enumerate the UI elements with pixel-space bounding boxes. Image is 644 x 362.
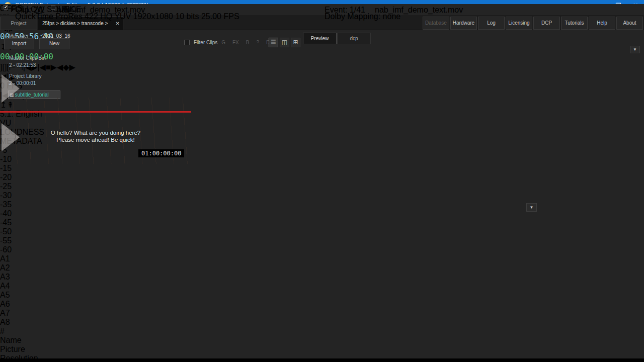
vu-scale-label: -30 [0,191,644,200]
split-view-icon[interactable]: ◫ [280,38,289,47]
menu-item-database[interactable]: Database [423,17,449,30]
vu-scale-label: -25 [0,182,644,191]
viewer-dropdown-icon[interactable]: ▼ [526,203,537,212]
vu-channel-label: A8 [0,318,644,327]
vu-scale-label: -20 [0,173,644,182]
tab-dcp[interactable]: dcp [337,33,371,44]
menu-item-help[interactable]: Help [589,17,615,30]
grid-view-icon[interactable]: ⊞ [291,38,300,47]
subtitle-overlay: O hello? What are you doing here? Please… [0,129,191,143]
clips-table-header: #NamePictureResolutionFrame RateSource I… [0,327,644,362]
filter-clips-group: Filter Clips GFXB?DP [184,40,273,45]
filter-flag-g[interactable]: G [221,40,225,45]
filter-flag-b[interactable]: B [246,40,250,45]
vu-channel-label: A3 [0,273,644,282]
vu-scale-label: -40 [0,209,644,218]
clips-table: #NamePictureResolutionFrame RateSource I… [0,327,644,362]
breadcrumb: 25fps > dickies > transcode > 2021_03_16 [42,21,108,39]
menu-item-tutorials[interactable]: Tutorials [561,17,588,30]
vu-channel-label: A2 [0,263,644,273]
vu-channel-label: A6 [0,300,644,309]
filter-flag-?[interactable]: ? [256,40,259,45]
vu-channel-label: A7 [0,309,644,318]
filter-clips-label: Filter Clips [194,40,217,45]
subtitle-line2: Please move ahead! Be quick! [0,136,191,143]
menu-item-about[interactable]: About [616,17,643,30]
column-header[interactable]: Name [0,336,644,345]
menubar: DatabaseHardwareLogLicensingDCPTutorials… [423,17,643,30]
filter-flag-fx[interactable]: FX [232,40,239,45]
clip-format-label: QuickTime ProRes 422 HQ YUV 1920x1080 10… [15,12,239,21]
burnt-in-timecode: 01:00:00:00 [138,149,184,157]
app-body: Project Manager 25fps > dickies > transc… [0,4,644,358]
vu-channel-label: A5 [0,291,644,300]
vu-scale-label: -55 [0,236,644,245]
menu-item-log[interactable]: Log [478,17,505,30]
list-view-icon[interactable]: ☰ [269,38,278,47]
column-header[interactable]: Picture [0,345,644,354]
vu-scale-label: -60 [0,245,644,254]
vu-scale-label: -50 [0,227,644,236]
vu-scale-label: -15 [0,164,644,173]
link-checkbox[interactable] [51,5,55,10]
column-header[interactable]: Resolution [0,354,644,362]
tab-preview[interactable]: Preview [303,33,337,44]
follow-source-checkbox[interactable]: ✔ [4,5,8,10]
filter-clips-checkbox[interactable] [184,40,190,45]
menu-item-licensing[interactable]: Licensing [506,17,532,30]
vu-channel-label: A4 [0,282,644,291]
view-mode-buttons: ☰◫⊞ [269,38,300,47]
filter-flags: GFXB?DP [221,40,273,45]
dolby-mapping-label: Dolby Mapping: none [325,12,400,21]
vu-scale-label: -45 [0,218,644,227]
new-button[interactable]: New [39,38,69,49]
timeline-viewer[interactable]: O hello? What are you doing here? Please… [0,57,191,164]
vu-channel-label: A1 [0,254,644,263]
subtitle-line1: O hello? What are you doing here? [0,129,191,136]
panel-dropdown-icon[interactable]: ▼ [630,46,640,53]
menu-item-hardware[interactable]: Hardware [450,17,477,30]
column-header[interactable]: # [0,327,644,336]
cortex-window: CORTEX Enterprise Edition v5.3.2-b19609 … [0,0,644,362]
import-button[interactable]: Import [4,38,34,49]
guide-line [0,111,191,113]
vu-scale-label: -35 [0,200,644,209]
menu-item-dcp[interactable]: DCP [533,17,560,30]
